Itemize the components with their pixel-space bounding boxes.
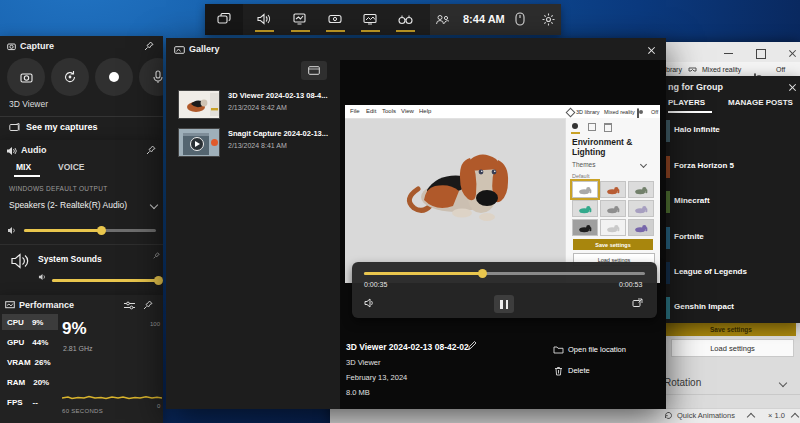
gallery-item-2[interactable]: Snagit Capture 2024-02-13... 2/13/2024 8… xyxy=(172,126,338,160)
device-volume-slider[interactable] xyxy=(24,229,156,232)
active-underline xyxy=(396,30,415,32)
menu-tools[interactable]: Tools xyxy=(382,108,396,114)
gallery-close-icon[interactable] xyxy=(647,46,656,55)
video-frame[interactable]: File Edit Tools View Help 3D library Mix… xyxy=(345,105,660,283)
output-device-select[interactable]: Speakers (2- Realtek(R) Audio) xyxy=(9,200,127,210)
pin-icon[interactable] xyxy=(144,41,154,51)
audio-widget-icon[interactable] xyxy=(257,13,271,25)
player-volume-icon[interactable] xyxy=(364,298,375,308)
menu-view[interactable]: View xyxy=(401,108,414,114)
theme-swatch-5[interactable] xyxy=(600,200,626,217)
device-volume-knob[interactable] xyxy=(97,226,106,235)
popout-icon[interactable] xyxy=(632,298,643,308)
record-last-button[interactable] xyxy=(51,58,89,96)
minimize-icon[interactable] xyxy=(724,53,733,54)
video-save-settings-button[interactable]: Save settings xyxy=(573,239,653,250)
tab-manage-posts[interactable]: MANAGE POSTS xyxy=(728,98,793,107)
theme-swatch-6[interactable] xyxy=(628,200,654,217)
record-button[interactable] xyxy=(95,58,133,96)
pause-button[interactable] xyxy=(494,295,514,313)
output-label: WINDOWS DEFAULT OUTPUT xyxy=(9,185,107,192)
performance-panel-icon xyxy=(5,301,15,310)
rotation-chevron-icon[interactable] xyxy=(779,379,787,387)
options-sliders-icon[interactable] xyxy=(124,301,135,310)
theme-swatch-4[interactable] xyxy=(572,200,598,217)
delete-trash-icon xyxy=(554,366,563,376)
stat-label: FPS xyxy=(7,398,23,407)
pin-icon[interactable] xyxy=(143,300,153,310)
gallery-item-2-thumbnail xyxy=(178,128,220,157)
tab-voice[interactable]: VOICE xyxy=(58,162,84,172)
close-window-icon[interactable] xyxy=(788,49,797,58)
system-volume-slider[interactable] xyxy=(52,279,160,282)
theme-swatch-2[interactable] xyxy=(600,181,626,198)
game-row-fortnite[interactable]: Fortnite xyxy=(674,232,704,241)
seek-knob[interactable] xyxy=(478,269,487,278)
theme-swatch-7[interactable] xyxy=(572,219,598,236)
mouse-icon[interactable] xyxy=(515,12,525,26)
performance-widget-icon[interactable] xyxy=(293,13,306,25)
seek-bar[interactable] xyxy=(364,272,645,275)
open-folder-button[interactable] xyxy=(301,61,327,80)
menu-help[interactable]: Help xyxy=(419,108,431,114)
game-row-lol[interactable]: League of Legends xyxy=(674,267,747,276)
see-my-captures-label[interactable]: See my captures xyxy=(26,122,98,132)
lfg-close-icon[interactable] xyxy=(788,83,797,92)
theme-swatch-8[interactable] xyxy=(600,219,626,236)
theme-swatch-1[interactable] xyxy=(572,181,598,198)
game-row-minecraft[interactable]: Minecraft xyxy=(674,196,710,205)
theme-swatch-3[interactable] xyxy=(628,181,654,198)
active-underline xyxy=(361,30,380,32)
panel-tab-dot-icon[interactable] xyxy=(572,123,578,129)
theme-swatch-9[interactable] xyxy=(628,219,654,236)
mic-button[interactable] xyxy=(139,58,163,96)
themes-label[interactable]: Themes xyxy=(572,161,595,168)
menu-file[interactable]: File xyxy=(350,108,360,114)
capture-panel-title: Capture xyxy=(20,41,54,51)
3d-library-label[interactable]: 3D library xyxy=(576,109,600,115)
gallery-item-1[interactable]: 3D Viewer 2024-02-13 08-4... 2/13/2024 8… xyxy=(172,88,338,122)
pin-icon[interactable] xyxy=(146,145,156,155)
bg-save-settings-button[interactable]: Save settings xyxy=(666,323,796,336)
performance-panel-title: Performance xyxy=(19,300,74,310)
game-row-forza[interactable]: Forza Horizon 5 xyxy=(674,161,734,170)
device-chevron-icon[interactable] xyxy=(150,201,158,209)
stat-row-ram[interactable]: RAM 20% xyxy=(2,374,58,390)
stat-label: RAM xyxy=(7,378,25,387)
pin-small-icon[interactable] xyxy=(153,252,160,259)
seek-fill xyxy=(364,272,482,275)
system-volume-knob[interactable] xyxy=(154,276,163,285)
game-row-halo[interactable]: Halo Infinite xyxy=(674,125,720,134)
duration-time: 0:00:53 xyxy=(619,281,642,288)
stat-row-gpu[interactable]: GPU 44% xyxy=(2,334,58,350)
bg-library-label[interactable]: brary xyxy=(666,66,682,73)
gallery-widget-icon[interactable] xyxy=(363,13,377,25)
quick-animations-label[interactable]: Quick Animations xyxy=(677,411,735,420)
stat-row-fps[interactable]: FPS -- xyxy=(2,394,58,410)
delete-button[interactable]: Delete xyxy=(568,366,590,375)
tab-players-underline xyxy=(668,111,712,113)
bg-load-settings-button[interactable]: Load settings xyxy=(671,339,794,357)
open-file-location-icon xyxy=(553,345,564,354)
open-file-location-button[interactable]: Open file location xyxy=(568,345,626,354)
social-widget-icon[interactable] xyxy=(435,14,450,25)
game-row-genshin[interactable]: Genshin Impact xyxy=(674,302,734,311)
menu-edit[interactable]: Edit xyxy=(366,108,376,114)
panel-tab-list-icon[interactable] xyxy=(604,123,612,132)
looking-for-group-widget-icon[interactable] xyxy=(398,14,413,25)
rename-pencil-icon[interactable] xyxy=(467,341,477,351)
capture-widget-icon[interactable] xyxy=(328,13,342,25)
tab-players[interactable]: PLAYERS xyxy=(668,98,705,107)
bg-rotation-label[interactable]: Rotation xyxy=(664,377,701,388)
stat-row-vram[interactable]: VRAM 26% xyxy=(2,354,58,370)
bg-save-settings-label: Save settings xyxy=(710,326,752,333)
screenshot-button[interactable] xyxy=(7,58,45,96)
bg-mixed-reality-state: Off xyxy=(776,66,785,73)
lfg-title: ng for Group xyxy=(668,82,723,92)
tab-mix[interactable]: MIX xyxy=(16,162,31,172)
widgets-menu-icon[interactable] xyxy=(217,13,231,25)
stat-row-cpu[interactable]: CPU 9% xyxy=(2,314,58,330)
maximize-icon[interactable] xyxy=(756,49,766,59)
panel-tab-square-icon[interactable] xyxy=(588,123,596,131)
settings-gear-icon[interactable] xyxy=(542,13,555,26)
